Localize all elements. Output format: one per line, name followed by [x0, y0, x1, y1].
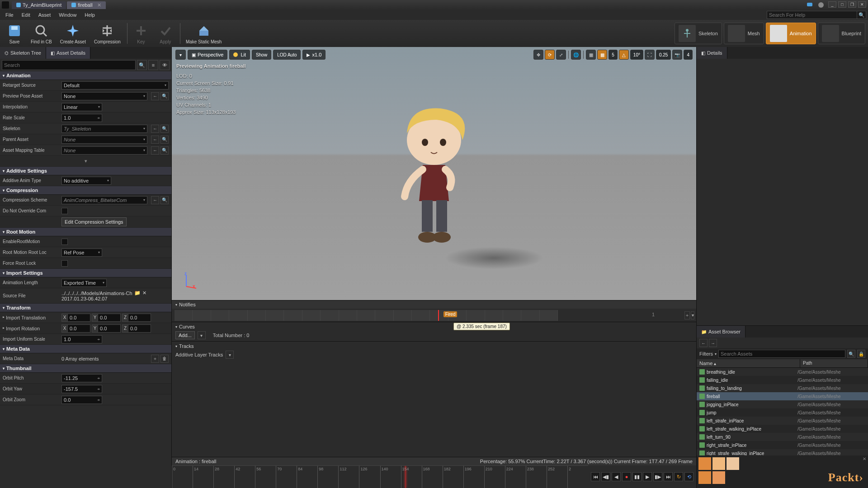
- scale-snap-value[interactable]: 0.25: [656, 50, 671, 60]
- rot-y-input[interactable]: 0.0: [98, 324, 121, 333]
- close-icon[interactable]: ✕: [863, 456, 866, 461]
- notify-track[interactable]: Fired @ 2.335 sec (frame 187) 1 ＋ ▾: [172, 309, 696, 322]
- menu-edit[interactable]: Edit: [18, 11, 34, 19]
- curve-options-button[interactable]: ▾: [198, 331, 206, 339]
- goto-end-button[interactable]: ⏭: [664, 472, 673, 481]
- add-element-icon[interactable]: ＋: [151, 355, 159, 363]
- tracks-header[interactable]: Tracks: [175, 343, 693, 349]
- additive-dropdown[interactable]: No additive: [61, 177, 111, 185]
- asset-list[interactable]: breathing_idle/Game/Assets/Meshefalling_…: [697, 368, 868, 455]
- col-name[interactable]: Name ▴: [697, 359, 800, 367]
- preview-pose-dropdown[interactable]: None: [61, 92, 147, 100]
- notify-slots[interactable]: Fired @ 2.335 sec (frame 187) 1: [175, 310, 682, 321]
- loop-section-button[interactable]: ↻: [674, 472, 683, 481]
- step-forward-button[interactable]: ▮▶: [653, 472, 662, 481]
- key-button[interactable]: Key: [129, 21, 153, 46]
- browse-icon[interactable]: 🔍: [160, 146, 169, 155]
- search-icon[interactable]: 🔍: [137, 60, 147, 70]
- trans-y-input[interactable]: 0.0: [98, 314, 121, 322]
- asset-row[interactable]: fireball/Game/Assets/Meshe: [697, 392, 868, 400]
- rate-input[interactable]: 1.0: [61, 114, 102, 122]
- rot-x-input[interactable]: 0.0: [68, 324, 90, 333]
- browse-icon[interactable]: 🔍: [160, 125, 169, 133]
- tab-anim-blueprint[interactable]: Ty_AnimBlueprint: [12, 1, 66, 9]
- notify-label[interactable]: Fired: [443, 311, 458, 317]
- record-button[interactable]: ●: [622, 472, 631, 481]
- viewport[interactable]: ▾ ▣ Perspective Lit Show LOD Auto ▶ x1.0…: [172, 47, 696, 300]
- orbit-zoom-input[interactable]: 0.0: [61, 396, 102, 404]
- asset-row[interactable]: left_strafe_inPlace/Game/Assets/Meshe: [697, 417, 868, 425]
- eye-button[interactable]: 👁: [160, 60, 170, 70]
- compression-dropdown[interactable]: AnimCompress_BitwiseCom: [61, 196, 147, 204]
- social-icon[interactable]: [807, 1, 814, 9]
- grid-snap-value[interactable]: 5: [609, 50, 618, 60]
- angle-snap-icon[interactable]: △: [619, 50, 629, 60]
- cat-additive[interactable]: Additive Settings: [0, 167, 171, 175]
- expand-row[interactable]: ▾: [0, 156, 171, 167]
- asset-row[interactable]: falling_idle/Game/Assets/Meshe: [697, 376, 868, 384]
- close-button[interactable]: ✕: [858, 1, 866, 8]
- trans-x-input[interactable]: 0.0: [68, 314, 90, 322]
- lock-icon[interactable]: 🔒: [857, 350, 865, 358]
- asset-map-dropdown[interactable]: None: [61, 146, 147, 155]
- cat-meta[interactable]: Meta Data: [0, 345, 171, 353]
- find-button[interactable]: Find in CB: [27, 21, 56, 46]
- mode-mesh[interactable]: Mesh: [724, 23, 764, 44]
- mode-blueprint[interactable]: Blueprint: [818, 23, 865, 44]
- angle-snap-value[interactable]: 10°: [630, 50, 643, 60]
- orbit-yaw-input[interactable]: -157.5: [61, 385, 102, 393]
- grid-snap-icon[interactable]: ▦: [586, 50, 596, 60]
- tab-asset-details[interactable]: ◧Asset Details: [46, 47, 90, 59]
- scale-snap-icon[interactable]: ⛶: [645, 50, 655, 60]
- menu-file[interactable]: File: [2, 11, 17, 19]
- root-lock-dropdown[interactable]: Ref Pose: [61, 249, 102, 257]
- mode-skeleton[interactable]: Skeleton: [675, 23, 722, 44]
- timeline-ruler[interactable]: 0142842567084981121261401541681821962102…: [172, 465, 588, 488]
- create-asset-button[interactable]: Create Asset: [57, 21, 90, 46]
- asset-row[interactable]: jogging_inPlace/Game/Assets/Meshe: [697, 400, 868, 408]
- lit-button[interactable]: Lit: [229, 50, 250, 60]
- layer-tracks-dropdown[interactable]: ▾: [226, 351, 234, 359]
- tab-asset-browser[interactable]: 📁Asset Browser: [697, 326, 745, 338]
- asset-row[interactable]: right_strafe_walking_inPlace/Game/Assets…: [697, 449, 868, 455]
- pause-button[interactable]: ▮▮: [632, 472, 642, 481]
- use-arrow-icon[interactable]: ←: [151, 196, 159, 204]
- apply-button[interactable]: Apply: [154, 21, 177, 46]
- camera-speed-icon[interactable]: 📷: [672, 50, 682, 60]
- browse-icon[interactable]: 🔍: [160, 196, 169, 204]
- cat-import[interactable]: Import Settings: [0, 269, 171, 277]
- menu-help[interactable]: Help: [81, 11, 99, 19]
- close-icon[interactable]: ✕: [97, 2, 101, 8]
- asset-row[interactable]: right_strafe_inPlace/Game/Assets/Meshe: [697, 441, 868, 449]
- tab-skeleton-tree[interactable]: ⌬Skeleton Tree: [0, 47, 46, 59]
- tab-fireball[interactable]: fireball✕: [67, 1, 105, 9]
- lod-button[interactable]: LOD Auto: [273, 50, 301, 60]
- scale-icon[interactable]: ⤢: [556, 50, 566, 60]
- anim-length-dropdown[interactable]: Exported Time: [61, 279, 107, 287]
- interp-dropdown[interactable]: Linear: [61, 103, 102, 111]
- trans-z-input[interactable]: 0.0: [128, 314, 151, 322]
- filters-label[interactable]: Filters: [699, 351, 713, 357]
- tab-details[interactable]: ◧Details: [697, 47, 727, 59]
- help-search-input[interactable]: [767, 11, 857, 19]
- make-static-mesh-button[interactable]: Make Static Mesh: [182, 21, 225, 46]
- grid-snap-toggle[interactable]: ▦: [597, 50, 607, 60]
- no-override-checkbox[interactable]: [61, 208, 68, 214]
- compression-button[interactable]: Compression: [90, 21, 124, 46]
- cat-root-motion[interactable]: Root Motion: [0, 228, 171, 236]
- play-button[interactable]: ▶: [643, 472, 652, 481]
- enable-root-checkbox[interactable]: [61, 239, 68, 245]
- notify-options-button[interactable]: ▾: [691, 311, 694, 319]
- search-icon[interactable]: 🔍: [857, 11, 866, 19]
- col-path[interactable]: Path: [800, 359, 868, 367]
- step-back-button[interactable]: ◀▮: [601, 472, 610, 481]
- source-icon[interactable]: [817, 1, 825, 9]
- goto-start-button[interactable]: ⏮: [591, 472, 600, 481]
- notify-marker[interactable]: [438, 310, 439, 321]
- use-arrow-icon[interactable]: ←: [151, 136, 159, 144]
- search-icon[interactable]: 🔍: [847, 350, 855, 358]
- rotate-icon[interactable]: ⟳: [545, 50, 555, 60]
- view-options-button[interactable]: ≡: [148, 60, 158, 70]
- minimize-button[interactable]: _: [828, 1, 836, 8]
- asset-row[interactable]: left_turn_90/Game/Assets/Meshe: [697, 433, 868, 441]
